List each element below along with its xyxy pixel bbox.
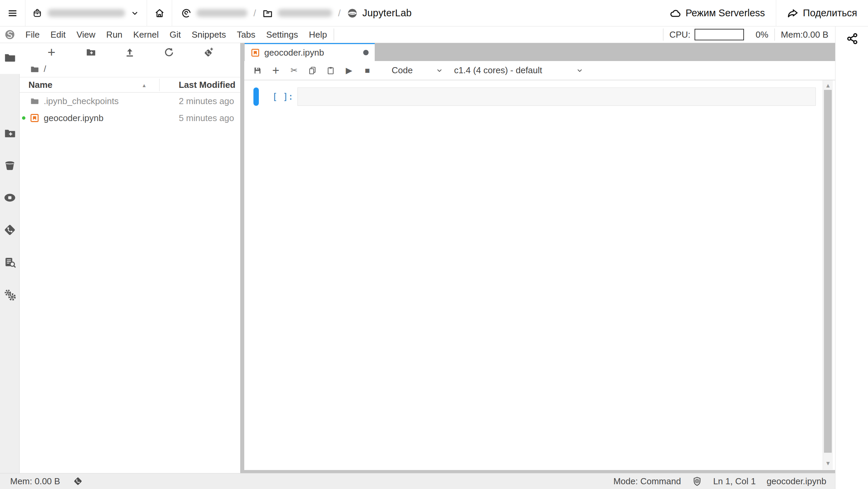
chevron-down-icon — [576, 67, 583, 74]
menu-kernel[interactable]: Kernel — [128, 27, 164, 42]
breadcrumb-separator: / — [252, 8, 257, 19]
resource-indicators: CPU: 0% Mem:0.00 B — [657, 28, 834, 41]
memory-indicator: Mem:0.00 B — [781, 30, 828, 40]
top-bar: / / jupyter JupyterLab — [0, 0, 868, 26]
menu-edit[interactable]: Edit — [45, 27, 71, 42]
panel-splitter[interactable] — [240, 43, 244, 473]
unsaved-changes-dot[interactable] — [363, 50, 369, 55]
save-button[interactable] — [253, 66, 262, 75]
menu-tabs[interactable]: Tabs — [231, 27, 261, 42]
sidebar-tab-settings[interactable] — [0, 285, 20, 305]
run-cell-button[interactable]: ▶ — [344, 66, 354, 75]
menu-view[interactable]: View — [71, 27, 101, 42]
sidebar-tab-new-folder[interactable] — [0, 123, 20, 143]
share-graph-icon[interactable] — [846, 33, 859, 45]
redacted-community-name[interactable] — [197, 9, 247, 17]
menu-git[interactable]: Git — [164, 27, 186, 42]
upload-icon — [124, 47, 135, 58]
file-browser-toolbar: + — [20, 43, 240, 61]
jupyter-logo-icon: jupyter — [347, 8, 358, 19]
dock-bottom-border — [244, 470, 835, 473]
project-switcher[interactable] — [25, 0, 147, 26]
menu-items: File Edit View Run Kernel Git Snippets T… — [20, 27, 332, 42]
git-clone-button[interactable] — [201, 45, 216, 60]
breadcrumb-current-app: JupyterLab — [363, 7, 412, 19]
sidebar-tab-filebrowser[interactable] — [0, 47, 20, 68]
active-file-name[interactable]: geocoder.ipynb — [767, 476, 826, 487]
git-status-icon[interactable] — [73, 476, 83, 486]
copy-cells-button[interactable] — [308, 66, 317, 75]
scroll-up-arrow[interactable]: ▲ — [823, 82, 833, 89]
folder-small-icon — [30, 64, 39, 74]
sidebar-tab-storage[interactable] — [0, 155, 20, 176]
status-left: Mem: 0.00 B — [10, 476, 83, 487]
cursor-position[interactable]: Ln 1, Col 1 — [713, 476, 756, 487]
file-modified: 5 minutes ago — [179, 113, 240, 123]
sidebar-tab-running-sessions[interactable] — [0, 188, 20, 208]
refresh-icon — [164, 47, 174, 58]
notebook-tab[interactable]: geocoder.ipynb — [245, 43, 375, 61]
cpu-percent: 0% — [749, 30, 768, 40]
save-icon — [253, 66, 262, 75]
kernel-running-dot — [22, 116, 25, 120]
right-rail — [835, 26, 868, 489]
breadcrumb: / / jupyter JupyterLab — [172, 7, 412, 19]
menu-run[interactable]: Run — [101, 27, 128, 42]
menu-settings[interactable]: Settings — [261, 27, 304, 42]
scissors-icon: ✂ — [291, 65, 298, 75]
share-arrow-icon — [787, 7, 799, 19]
paste-cells-button[interactable] — [326, 66, 335, 75]
file-row-checkpoints[interactable]: .ipynb_checkpoints 2 minutes ago — [20, 93, 240, 110]
plus-icon: + — [47, 45, 55, 59]
community-icon — [181, 8, 192, 19]
file-name: geocoder.ipynb — [44, 113, 103, 123]
sort-ascending-icon: ▲ — [142, 82, 147, 88]
menu-help[interactable]: Help — [304, 27, 332, 42]
new-folder-icon — [85, 47, 96, 58]
column-divider — [159, 79, 160, 91]
git-clone-icon — [203, 47, 214, 58]
refresh-button[interactable] — [162, 45, 177, 60]
scroll-down-arrow[interactable]: ▼ — [823, 460, 833, 467]
file-browser-panel: + — [20, 43, 240, 473]
folder-icon — [3, 51, 16, 64]
serverless-mode-button[interactable]: Режим Serverless — [659, 0, 776, 26]
file-row-geocoder[interactable]: geocoder.ipynb 5 minutes ago — [20, 110, 240, 126]
vertical-scrollbar[interactable]: ▲ ▼ — [823, 80, 833, 470]
column-header-name[interactable]: Name — [20, 80, 53, 90]
bucket-icon — [3, 159, 16, 172]
upload-button[interactable] — [122, 45, 137, 60]
cell-type-select[interactable]: Code — [392, 65, 443, 76]
scrollbar-thumb[interactable] — [824, 90, 832, 453]
kernel-select[interactable]: c1.4 (4 cores) - default — [454, 65, 583, 76]
mode-indicator[interactable]: Mode: Command — [613, 476, 681, 487]
play-icon: ▶ — [346, 65, 352, 75]
chevron-down-icon — [130, 9, 139, 18]
cell-editor[interactable] — [297, 87, 816, 106]
redacted-folder-name[interactable] — [278, 9, 332, 17]
divider — [774, 28, 775, 41]
notebook-tab-title: geocoder.ipynb — [264, 47, 324, 58]
cpu-label: CPU: — [669, 30, 690, 40]
interrupt-kernel-button[interactable]: ■ — [363, 66, 372, 75]
add-cell-button[interactable]: + — [271, 66, 281, 75]
cut-cells-button[interactable]: ✂ — [289, 66, 299, 75]
datasphere-logo-icon — [4, 29, 15, 40]
new-folder-button[interactable] — [83, 45, 98, 60]
home-button[interactable] — [147, 0, 172, 26]
menu-file[interactable]: File — [20, 27, 45, 42]
new-launcher-button[interactable]: + — [44, 45, 59, 60]
chevron-down-icon — [436, 67, 443, 74]
notebook-content: [ ]: ▲ ▼ — [244, 80, 835, 470]
sidebar-tab-git[interactable] — [0, 220, 20, 240]
cell-collapser[interactable] — [253, 87, 259, 106]
sidebar-tabstrip — [0, 43, 20, 473]
file-browser-breadcrumb[interactable]: / — [20, 61, 240, 77]
share-button[interactable]: Поделиться — [776, 0, 868, 26]
menu-snippets[interactable]: Snippets — [186, 27, 231, 42]
status-bar: Mem: 0.00 B Mode: Command Ln 1, Col 1 ge… — [0, 473, 835, 489]
column-header-modified[interactable]: Last Modified — [179, 80, 240, 90]
trust-shield-icon[interactable] — [692, 476, 702, 487]
main-menu-button[interactable] — [0, 0, 25, 26]
sidebar-tab-snippets[interactable] — [0, 252, 20, 273]
